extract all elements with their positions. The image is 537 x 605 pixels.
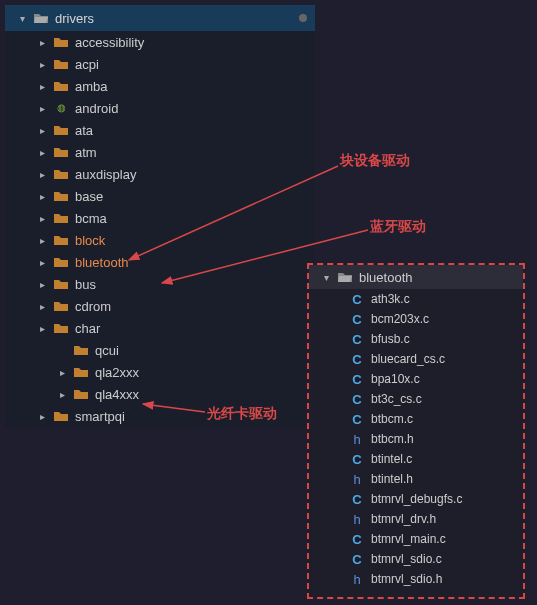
- tree-item-bluetooth[interactable]: ▸bluetooth: [5, 251, 315, 273]
- c-file-icon: C: [349, 412, 365, 427]
- file-label: btmrvl_sdio.c: [371, 552, 442, 566]
- tree-item-char[interactable]: ▸char: [5, 317, 315, 339]
- folder-open-icon: [33, 11, 49, 25]
- h-file-icon: h: [349, 472, 365, 487]
- tree-item-label: bcma: [75, 211, 107, 226]
- file-item-btmrvl_sdio-h[interactable]: hbtmrvl_sdio.h: [309, 569, 523, 589]
- file-item-btmrvl_main-c[interactable]: Cbtmrvl_main.c: [309, 529, 523, 549]
- folder-icon: [53, 57, 69, 71]
- h-file-icon: h: [349, 432, 365, 447]
- tree-item-bus[interactable]: ▸bus: [5, 273, 315, 295]
- tree-item-label: accessibility: [75, 35, 144, 50]
- folder-icon: [53, 211, 69, 225]
- file-item-bluecard_cs-c[interactable]: Cbluecard_cs.c: [309, 349, 523, 369]
- file-item-bpa10x-c[interactable]: Cbpa10x.c: [309, 369, 523, 389]
- tree-item-block[interactable]: ▸block: [5, 229, 315, 251]
- c-file-icon: C: [349, 532, 365, 547]
- folder-icon: [53, 277, 69, 291]
- file-label: bt3c_cs.c: [371, 392, 422, 406]
- tree-item-accessibility[interactable]: ▸accessibility: [5, 31, 315, 53]
- chevron-right-icon: ▸: [35, 233, 49, 247]
- c-file-icon: C: [349, 332, 365, 347]
- tree-item-qla2xxx[interactable]: ▸qla2xxx: [5, 361, 315, 383]
- c-file-icon: C: [349, 552, 365, 567]
- file-item-btbcm-c[interactable]: Cbtbcm.c: [309, 409, 523, 429]
- folder-icon: [53, 299, 69, 313]
- file-item-bfusb-c[interactable]: Cbfusb.c: [309, 329, 523, 349]
- file-label: btbcm.c: [371, 412, 413, 426]
- tree-item-auxdisplay[interactable]: ▸auxdisplay: [5, 163, 315, 185]
- c-file-icon: C: [349, 312, 365, 327]
- file-label: bfusb.c: [371, 332, 410, 346]
- chevron-right-icon: ▸: [35, 299, 49, 313]
- tree-item-label: smartpqi: [75, 409, 125, 424]
- chevron-right-icon: ▸: [35, 145, 49, 159]
- h-file-icon: h: [349, 512, 365, 527]
- file-label: bluecard_cs.c: [371, 352, 445, 366]
- folder-icon: [73, 387, 89, 401]
- file-item-btmrvl_sdio-c[interactable]: Cbtmrvl_sdio.c: [309, 549, 523, 569]
- chevron-right-icon: ▸: [35, 57, 49, 71]
- tree-item-ata[interactable]: ▸ata: [5, 119, 315, 141]
- annotation-bluetooth: 蓝牙驱动: [370, 218, 426, 236]
- c-file-icon: C: [349, 372, 365, 387]
- folder-icon: [73, 343, 89, 357]
- folder-icon: [53, 123, 69, 137]
- chevron-right-icon: ▸: [35, 409, 49, 423]
- tree-item-label: qla2xxx: [95, 365, 139, 380]
- file-item-bt3c_cs-c[interactable]: Cbt3c_cs.c: [309, 389, 523, 409]
- chevron-right-icon: ▸: [35, 167, 49, 181]
- tree-item-acpi[interactable]: ▸acpi: [5, 53, 315, 75]
- tree-item-label: acpi: [75, 57, 99, 72]
- tree-item-cutoff[interactable]: ▸ qcui: [5, 339, 315, 361]
- file-item-bcm203x-c[interactable]: Cbcm203x.c: [309, 309, 523, 329]
- tree-item-bcma[interactable]: ▸bcma: [5, 207, 315, 229]
- chevron-down-icon: ▾: [319, 270, 333, 284]
- folder-tree-panel: ▾ drivers ▸accessibility▸acpi▸amba▸◍andr…: [5, 5, 315, 427]
- file-item-btintel-h[interactable]: hbtintel.h: [309, 469, 523, 489]
- tree-item-qla4xxx[interactable]: ▸qla4xxx: [5, 383, 315, 405]
- file-item-btmrvl_drv-h[interactable]: hbtmrvl_drv.h: [309, 509, 523, 529]
- status-dot: [299, 14, 307, 22]
- tree-item-label: android: [75, 101, 118, 116]
- file-label: bpa10x.c: [371, 372, 420, 386]
- tree-item-amba[interactable]: ▸amba: [5, 75, 315, 97]
- chevron-right-icon: ▸: [35, 101, 49, 115]
- c-file-icon: C: [349, 352, 365, 367]
- file-item-ath3k-c[interactable]: Cath3k.c: [309, 289, 523, 309]
- tree-item-label: cdrom: [75, 299, 111, 314]
- tree-item-android[interactable]: ▸◍android: [5, 97, 315, 119]
- tree-item-label: auxdisplay: [75, 167, 136, 182]
- file-item-btmrvl_debugfs-c[interactable]: Cbtmrvl_debugfs.c: [309, 489, 523, 509]
- tree-item-label: bus: [75, 277, 96, 292]
- tree-item-cdrom[interactable]: ▸cdrom: [5, 295, 315, 317]
- tree-item-label: char: [75, 321, 100, 336]
- folder-icon: [53, 255, 69, 269]
- tree-item-atm[interactable]: ▸atm: [5, 141, 315, 163]
- folder-icon: [53, 35, 69, 49]
- tree-item-label: base: [75, 189, 103, 204]
- c-file-icon: C: [349, 292, 365, 307]
- chevron-right-icon: ▸: [35, 321, 49, 335]
- chevron-right-icon: ▸: [55, 365, 69, 379]
- tree-item-label: qcui: [95, 343, 119, 358]
- c-file-icon: C: [349, 492, 365, 507]
- folder-icon: [53, 167, 69, 181]
- annotation-fiber: 光纤卡驱动: [207, 405, 277, 423]
- c-file-icon: C: [349, 452, 365, 467]
- chevron-right-icon: ▸: [55, 387, 69, 401]
- file-item-btbcm-h[interactable]: hbtbcm.h: [309, 429, 523, 449]
- folder-icon: [53, 145, 69, 159]
- tree-item-label: qla4xxx: [95, 387, 139, 402]
- tree-item-label: bluetooth: [75, 255, 129, 270]
- file-item-btintel-c[interactable]: Cbtintel.c: [309, 449, 523, 469]
- chevron-right-icon: ▸: [35, 277, 49, 291]
- file-label: ath3k.c: [371, 292, 410, 306]
- folder-icon: [73, 365, 89, 379]
- tree-item-base[interactable]: ▸base: [5, 185, 315, 207]
- file-label: btintel.c: [371, 452, 412, 466]
- tree-item-label: ata: [75, 123, 93, 138]
- chevron-right-icon: ▸: [35, 123, 49, 137]
- tree-root-row[interactable]: ▾ drivers: [5, 5, 315, 31]
- popup-root-row[interactable]: ▾ bluetooth: [309, 265, 523, 289]
